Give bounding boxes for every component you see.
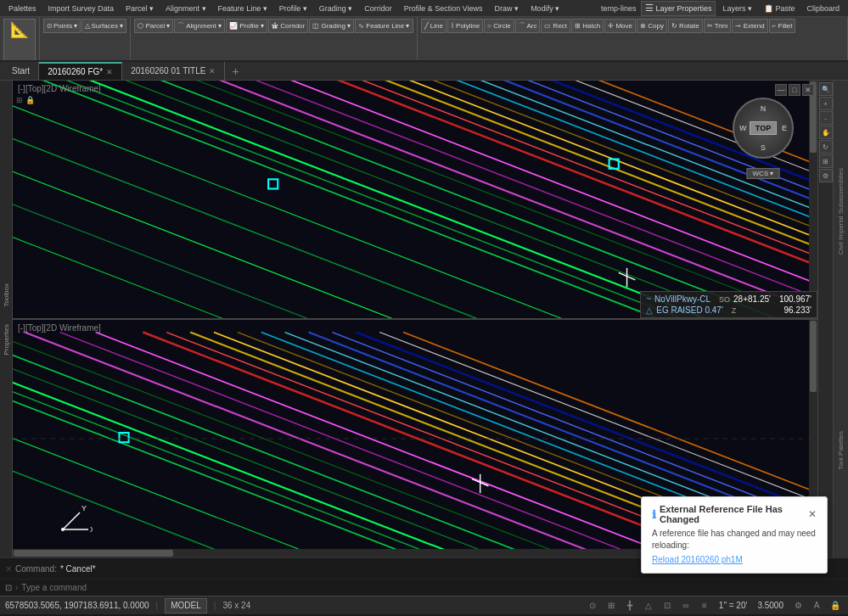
tab-fg-label: 20160260 FG* — [48, 67, 103, 76]
notification-info-icon: ℹ — [652, 508, 656, 521]
viewport-config-btn[interactable]: ⊞ — [819, 154, 833, 168]
draw-btn[interactable]: Draw ▾ — [490, 3, 525, 14]
notification-close-btn[interactable]: ✕ — [808, 508, 817, 520]
viewport-area: [-][Top][2D Wireframe] ⊞ 🔒 — [13, 81, 817, 557]
palettes-btn[interactable]: Palettes — [3, 3, 42, 14]
layers-btn[interactable]: Layers ▾ — [717, 3, 757, 14]
tab-fg[interactable]: 20160260 FG* ✕ — [39, 62, 122, 80]
surfaces-btn[interactable]: △ Surfaces ▾ — [81, 19, 126, 33]
lock-icon[interactable]: 🔒 — [828, 598, 843, 613]
feature-line-group-btn[interactable]: ∿ Feature Line ▾ — [355, 19, 413, 33]
modify-move-btn[interactable]: ✛ Move — [604, 19, 636, 33]
info-row-2: △ EG RAISED 0.47' Z 96.233' — [646, 305, 811, 316]
points-btn[interactable]: ⊙ Points ▾ — [43, 19, 81, 33]
centerline-icon: ~ — [646, 294, 651, 304]
tab-start[interactable]: Start — [3, 62, 39, 80]
grading-btn[interactable]: Grading ▾ — [314, 3, 358, 14]
model-mode[interactable]: MODEL — [165, 598, 207, 613]
zoom-out-btn[interactable]: - — [819, 111, 833, 125]
annotation-icon[interactable]: A — [809, 598, 824, 613]
profile-section-btn[interactable]: Profile & Section Views — [399, 3, 488, 14]
layer-properties-btn[interactable]: ☰ Layer Properties — [641, 1, 716, 16]
corridor-buttons: ⬡ Parcel ▾ ⌒ Alignment ▾ 📈 Profile ▾ 🛣 C… — [134, 19, 413, 59]
draw-arc-btn[interactable]: ⌒ Arc — [515, 19, 541, 33]
alignment-btn[interactable]: Alignment ▾ — [160, 3, 211, 14]
feature-line-btn[interactable]: Feature Line ▾ — [213, 3, 272, 14]
osnap-icon[interactable]: ⊡ — [660, 598, 675, 613]
view-settings-btn[interactable]: ⚙ — [819, 169, 833, 182]
cad-lines-top — [13, 81, 817, 318]
svg-rect-0 — [13, 81, 817, 318]
draw-polyline-btn[interactable]: ⌇ Polyline — [447, 19, 483, 33]
layer-properties-label: Layer Properties — [655, 4, 711, 13]
clipboard-btn[interactable]: Clipboard — [801, 3, 845, 14]
info-so-value: 28+81.25' — [733, 294, 771, 304]
survey-icon: 📐 — [10, 20, 29, 39]
draw-circle-btn[interactable]: ○ Circle — [484, 19, 514, 33]
pan-btn[interactable]: ✋ — [819, 126, 833, 139]
info-z-label: Z — [732, 306, 737, 315]
cad-canvas-top[interactable]: [-][Top][2D Wireframe] ⊞ 🔒 — [13, 81, 817, 318]
corridor-btn[interactable]: Corridor — [359, 3, 397, 14]
modify-fillet-btn[interactable]: ⌐ Fillet — [769, 19, 796, 33]
snap-icon[interactable]: ⊙ — [585, 598, 600, 613]
compass-top-label[interactable]: TOP — [750, 121, 777, 135]
close-viewport-btn[interactable]: ✕ — [802, 84, 814, 96]
grading-group-btn[interactable]: ◫ Grading ▾ — [309, 19, 354, 33]
svg-text:Y: Y — [81, 504, 87, 512]
command-current: * Cancel* — [60, 564, 96, 574]
properties-label[interactable]: Properties — [3, 324, 10, 355]
modify-rotate-btn[interactable]: ↻ Rotate — [668, 19, 703, 33]
tool-palettes-label[interactable]: Tool Palettes — [837, 428, 845, 473]
zoom-extents-btn[interactable]: 🔍 — [819, 82, 833, 96]
modify-btn[interactable]: Modify ▾ — [525, 3, 564, 14]
tab-title-close[interactable]: ✕ — [209, 67, 216, 76]
maximize-btn[interactable]: □ — [789, 84, 800, 96]
restore-btn[interactable]: — — [775, 84, 787, 96]
viewport-top: [-][Top][2D Wireframe] ⊞ 🔒 — [13, 81, 817, 320]
layer-name-display: temp-lines — [598, 4, 640, 13]
modify-extend-btn[interactable]: ⊸ Extend — [732, 19, 767, 33]
tab-title[interactable]: 20160260 01 TITLE ✕ — [122, 62, 225, 80]
civil-subassemblies-label[interactable]: Civil Imperial Subassemblies — [837, 165, 845, 258]
modify-trim-btn[interactable]: ✂ Trim — [704, 19, 732, 33]
wcs-btn[interactable]: WCS ▾ — [747, 168, 780, 179]
scale-value: 3.5000 — [754, 601, 787, 610]
otrack-icon[interactable]: ∞ — [678, 598, 694, 613]
vscroll-top[interactable] — [809, 81, 817, 318]
alignment-group-btn[interactable]: ⌒ Alignment ▾ — [174, 19, 225, 33]
polar-icon[interactable]: △ — [641, 598, 656, 613]
vscroll-thumb-bottom[interactable] — [810, 321, 817, 392]
profile-btn[interactable]: Profile ▾ — [274, 3, 312, 14]
parcel-group-btn[interactable]: ⬡ Parcel ▾ — [134, 19, 173, 33]
parcel-btn[interactable]: Parcel ▾ — [121, 3, 159, 14]
tab-fg-close[interactable]: ✕ — [106, 68, 113, 76]
grid-icon[interactable]: ⊞ — [604, 598, 619, 613]
corridor-group-btn[interactable]: 🛣 Corridor — [268, 19, 308, 33]
notification-body-text: A reference file has changed and may nee… — [652, 529, 816, 550]
tab-title-label: 20160260 01 TITLE — [131, 66, 205, 76]
profile-group-btn[interactable]: 📈 Profile ▾ — [226, 19, 267, 33]
main-area: Toolbox Properties [-][Top][2D Wireframe… — [0, 81, 848, 557]
command-input[interactable] — [21, 583, 843, 592]
ortho-icon[interactable]: ╋ — [622, 598, 637, 613]
compass-south: S — [761, 143, 766, 152]
tab-add-btn[interactable]: + — [225, 62, 245, 80]
compass-circle[interactable]: N S E W TOP — [733, 98, 794, 159]
paste-btn[interactable]: 📋 Paste — [759, 3, 800, 14]
compass-container: N S E W TOP WCS ▾ — [729, 98, 797, 174]
workspace-icon[interactable]: ⚙ — [790, 598, 806, 613]
toolbox-label[interactable]: Toolbox — [3, 283, 10, 307]
notification-reload-link[interactable]: Reload 20160260 ph1M — [652, 554, 817, 566]
lineweight-icon[interactable]: ≡ — [697, 598, 712, 613]
draw-buttons: ╱ Line ⌇ Polyline ○ Circle ⌒ Arc ▭ Rect … — [421, 19, 845, 59]
import-survey-btn[interactable]: Import Survey Data — [43, 3, 120, 14]
draw-rect-btn[interactable]: ▭ Rect — [541, 19, 570, 33]
modify-copy-btn[interactable]: ⊕ Copy — [637, 19, 667, 33]
zoom-in-btn[interactable]: + — [819, 97, 833, 110]
survey-icon-btn[interactable]: 📐 — [3, 19, 36, 61]
draw-hatch-btn[interactable]: ⊞ Hatch — [571, 19, 604, 33]
hscroll-thumb-bottom[interactable] — [14, 550, 173, 557]
orbit-btn[interactable]: ↻ — [819, 140, 833, 154]
draw-line-btn[interactable]: ╱ Line — [421, 19, 446, 33]
